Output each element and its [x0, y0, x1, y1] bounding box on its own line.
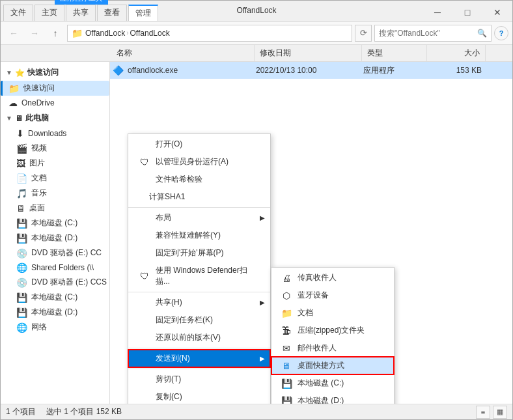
sidebar-item-pictures[interactable]: 🖼 图片 — [1, 156, 109, 171]
crumb-2[interactable]: OffandLock — [130, 29, 170, 38]
back-button[interactable]: ← — [5, 25, 23, 42]
ctx-defender-icon: 🛡 — [139, 271, 150, 281]
refresh-button[interactable]: ⟳ — [355, 25, 372, 42]
quick-access-folder-icon: 📁 — [8, 83, 20, 94]
maximize-button[interactable]: □ — [452, 3, 482, 21]
address-box[interactable]: 📁 OffandLock › OffandLock — [67, 25, 352, 42]
help-button[interactable]: ? — [494, 26, 508, 40]
folder-icon: 📁 — [72, 28, 83, 38]
desktop-icon: 🖥 — [16, 203, 25, 214]
documents-icon: 📄 — [16, 173, 27, 184]
item-count: 1 个项目 — [6, 406, 36, 417]
tab-share[interactable]: 共享 — [66, 5, 96, 21]
dvd2-label: DVD 驱动器 (E:) CCS — [31, 277, 107, 288]
localD-label: 本地磁盘 (D:) — [31, 232, 77, 244]
expand-icon: ▼ — [6, 69, 12, 76]
localC2-icon: 💾 — [16, 292, 27, 303]
ctx-defender[interactable]: 🛡 使用 Windows Defender扫描... — [128, 262, 270, 290]
sidebar-item-videos[interactable]: 🎬 视频 — [1, 141, 109, 156]
tab-view[interactable]: 查看 — [97, 5, 127, 21]
titlebar: 应用程序工具 文件 主页 共享 查看 管理 OffandLock ─ □ ✕ — [1, 1, 512, 21]
tab-file[interactable]: 文件 — [3, 5, 33, 21]
sendto-bluetooth[interactable]: ⬡ 蓝牙设备 — [271, 287, 394, 304]
table-row[interactable]: 🔷 offandlock.exe 2022/10/13 10:00 应用程序 1… — [110, 62, 512, 79]
ctx-cut[interactable]: 剪切(T) — [128, 371, 270, 388]
mail-icon: ✉ — [281, 343, 292, 354]
ctx-runas[interactable]: 🛡 以管理员身份运行(A) — [128, 153, 270, 171]
sendto-docs[interactable]: 📁 文档 — [271, 304, 394, 322]
fax-icon: 🖨 — [281, 273, 292, 283]
tab-manage[interactable]: 管理 — [128, 5, 158, 21]
localD-icon: 💾 — [16, 233, 27, 244]
sidebar-item-documents[interactable]: 📄 文档 — [1, 171, 109, 186]
sidebar-item-quick-access[interactable]: 📁 快速访问 — [1, 81, 109, 96]
ctx-sendto[interactable]: 发送到(N) ▶ — [128, 350, 270, 367]
sendto-zip[interactable]: 🗜 压缩(zipped)文件夹 — [271, 322, 394, 339]
localC2-label: 本地磁盘 (C:) — [31, 292, 77, 303]
sendto-mail[interactable]: ✉ 邮件收件人 — [271, 339, 394, 357]
col-header-name[interactable]: 名称 — [111, 45, 255, 61]
minimize-button[interactable]: ─ — [423, 3, 452, 21]
search-input[interactable] — [379, 29, 475, 38]
sendto-fax[interactable]: 🖨 传真收件人 — [271, 269, 394, 287]
sidebar-item-downloads[interactable]: ⬇ Downloads — [1, 126, 109, 141]
sidebar-item-dvd2[interactable]: 💿 DVD 驱动器 (E:) CCS — [1, 275, 109, 290]
thispc-header[interactable]: ▼ 🖥 此电脑 — [1, 110, 109, 126]
col-header-type[interactable]: 类型 — [362, 45, 427, 61]
tab-home[interactable]: 主页 — [35, 5, 64, 21]
sidebar-item-onedrive[interactable]: ☁ OneDrive — [1, 96, 109, 110]
crumb-sep-1: › — [126, 29, 128, 36]
window: 应用程序工具 文件 主页 共享 查看 管理 OffandLock ─ □ ✕ ←… — [0, 0, 513, 420]
window-controls: ─ □ ✕ — [423, 1, 512, 21]
desktop-label: 桌面 — [29, 203, 45, 214]
sidebar-item-localD[interactable]: 💾 本地磁盘 (D:) — [1, 231, 109, 245]
sidebar-item-network[interactable]: 🌐 网络 — [1, 320, 109, 335]
tab-apptools-label[interactable]: 应用程序工具 — [55, 0, 108, 5]
sidebar-item-localD2[interactable]: 💾 本地磁盘 (D:) — [1, 305, 109, 320]
ctx-open[interactable]: 打开(O) — [128, 135, 270, 153]
pictures-label: 图片 — [29, 158, 45, 169]
close-button[interactable]: ✕ — [482, 3, 512, 21]
crumb-1[interactable]: OffandLock — [85, 29, 125, 38]
localD2-label: 本地磁盘 (D:) — [31, 307, 77, 318]
ctx-share[interactable]: 共享(H) ▶ — [128, 294, 270, 311]
ctx-pinstart[interactable]: 固定到'开始'屏幕(P) — [128, 244, 270, 262]
search-icon: 🔍 — [477, 29, 487, 38]
localC-icon: 💾 — [16, 218, 27, 229]
ctx-restore[interactable]: 还原以前的版本(V) — [128, 329, 270, 346]
view-details-button[interactable]: ≡ — [476, 406, 490, 419]
ctx-compat[interactable]: 兼容性疑难解答(Y) — [128, 227, 270, 244]
ctx-sha1[interactable]: 计算SHA1 — [128, 188, 270, 206]
sidebar-item-dvd[interactable]: 💿 DVD 驱动器 (E:) CC — [1, 245, 109, 260]
sidebar-item-localC2[interactable]: 💾 本地磁盘 (C:) — [1, 290, 109, 305]
sendto-localC[interactable]: 💾 本地磁盘 (C:) — [271, 374, 394, 392]
sidebar-item-shared[interactable]: 🌐 Shared Folders (\\ — [1, 260, 109, 275]
search-box[interactable]: 🔍 — [374, 25, 492, 42]
network-icon: 🌐 — [16, 322, 27, 333]
sidebar-item-music[interactable]: 🎵 音乐 — [1, 186, 109, 201]
quick-access-header[interactable]: ▼ ⭐ 快速访问 — [1, 64, 109, 81]
sendto-localD[interactable]: 💾 本地磁盘 (D:) — [271, 392, 394, 404]
addressbar: ← → ↑ 📁 OffandLock › OffandLock ⟳ 🔍 ? — [1, 21, 512, 45]
col-header-date[interactable]: 修改日期 — [255, 45, 362, 61]
sidebar-item-localC[interactable]: 💾 本地磁盘 (C:) — [1, 216, 109, 231]
ctx-layout[interactable]: 布局 ▶ — [128, 209, 270, 227]
quick-access-label: 快速访问 — [27, 67, 59, 78]
sendto-desktop[interactable]: 🖥 桌面快捷方式 — [271, 357, 394, 374]
ctx-pintaskbar[interactable]: 固定到任务栏(K) — [128, 311, 270, 329]
desktop-shortcut-icon: 🖥 — [281, 361, 292, 371]
forward-button[interactable]: → — [25, 25, 44, 42]
thispc-icon: 🖥 — [15, 114, 23, 123]
ctx-divider-4 — [128, 369, 270, 369]
file-type: 应用程序 — [363, 65, 428, 76]
up-button[interactable]: ↑ — [46, 25, 64, 42]
sidebar: ▼ ⭐ 快速访问 📁 快速访问 ☁ OneDrive ▼ 🖥 此电脑 ⬇ Dow… — [1, 62, 110, 404]
ctx-runas-icon: 🛡 — [139, 157, 150, 167]
ctx-copy[interactable]: 复制(C) — [128, 388, 270, 404]
zip-icon: 🗜 — [281, 326, 292, 336]
view-grid-button[interactable]: ▦ — [493, 406, 507, 419]
ctx-hash[interactable]: 文件哈希检验 — [128, 171, 270, 188]
col-header-size[interactable]: 大小 — [427, 45, 486, 61]
sidebar-item-desktop[interactable]: 🖥 桌面 — [1, 201, 109, 216]
file-type-icon: 🔷 — [113, 65, 124, 76]
